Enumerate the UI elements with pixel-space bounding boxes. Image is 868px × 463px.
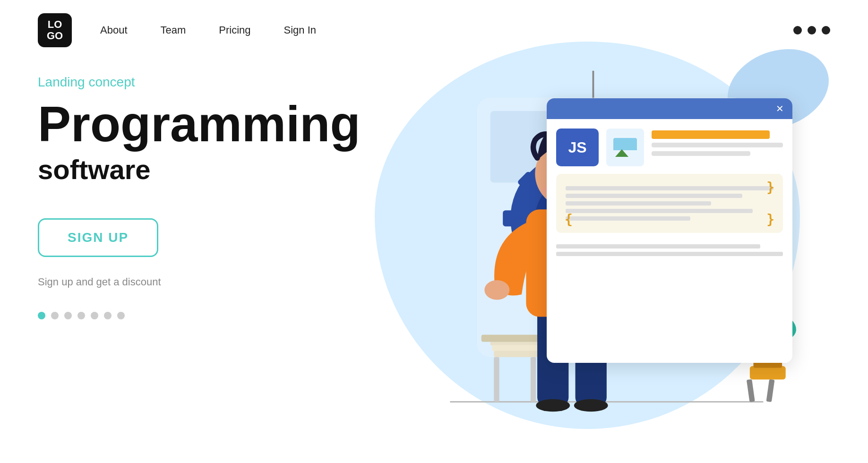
- hero-title-line1: Programming: [38, 99, 361, 149]
- svg-rect-42: [750, 366, 786, 379]
- cta-note: Sign up and get a discount: [38, 276, 361, 288]
- nav-about[interactable]: About: [100, 24, 128, 36]
- content-line-2: [652, 151, 750, 156]
- content-line-1: [652, 143, 783, 147]
- pagination-dot-3[interactable]: [64, 312, 72, 319]
- header: LO GO About Team Pricing Sign In: [0, 0, 868, 60]
- svg-rect-20: [503, 210, 522, 226]
- browser-window: ✕ JS: [547, 98, 792, 363]
- image-thumbnail: [606, 129, 644, 166]
- browser-content: JS }: [547, 119, 792, 269]
- pagination-dot-5[interactable]: [91, 312, 98, 319]
- svg-rect-11: [494, 357, 499, 402]
- hero-title-line2: software: [38, 154, 361, 185]
- thumbnail-mountain: [615, 149, 628, 157]
- code-lines-2: [556, 244, 783, 256]
- curly-brace-right: }: [766, 180, 774, 195]
- navigation: About Team Pricing Sign In: [100, 24, 316, 36]
- browser-top-row: JS: [556, 129, 783, 166]
- code-lines: [566, 186, 773, 221]
- browser-titlebar: ✕: [547, 98, 792, 119]
- pagination-dot-7[interactable]: [117, 312, 125, 319]
- main-content: Landing concept Programming software SIG…: [0, 60, 868, 448]
- pagination-dot-2[interactable]: [51, 312, 59, 319]
- pagination: [38, 312, 361, 319]
- js-badge: JS: [556, 129, 599, 166]
- hero-section: Landing concept Programming software SIG…: [38, 60, 361, 448]
- hero-illustration: JS: [361, 60, 830, 448]
- content-lines: [652, 129, 783, 156]
- logo[interactable]: LO GO: [38, 13, 72, 47]
- nav-team[interactable]: Team: [161, 24, 186, 36]
- pagination-dot-6[interactable]: [104, 312, 112, 319]
- code-section: } { }: [556, 174, 783, 233]
- pagination-dot-1[interactable]: [38, 312, 45, 319]
- code-line-2: [566, 194, 742, 198]
- code-line-6: [556, 244, 760, 249]
- nav-pricing[interactable]: Pricing: [219, 24, 250, 36]
- logo-text: LO GO: [47, 19, 63, 42]
- content-bar-1: [652, 130, 770, 139]
- browser-close-icon[interactable]: ✕: [776, 103, 784, 114]
- signup-button[interactable]: SIGN UP: [38, 218, 158, 257]
- more-options[interactable]: [793, 26, 830, 34]
- svg-point-29: [574, 399, 608, 412]
- dot-icon-2: [808, 26, 816, 34]
- svg-rect-10: [494, 351, 544, 357]
- code-line-3: [566, 201, 711, 206]
- code-line-4: [566, 209, 753, 213]
- svg-point-28: [536, 399, 570, 412]
- code-line-5: [566, 216, 690, 221]
- curly-brace-left-bottom: {: [565, 212, 573, 227]
- nav-signin[interactable]: Sign In: [284, 24, 317, 36]
- svg-rect-12: [530, 357, 535, 402]
- dot-icon-1: [793, 26, 802, 34]
- code-line-1: [566, 186, 773, 190]
- pagination-dot-4[interactable]: [77, 312, 85, 319]
- code-line-7: [556, 252, 783, 256]
- curly-brace-right-bottom: }: [766, 212, 774, 227]
- thumbnail-sky: [613, 138, 637, 150]
- svg-rect-9: [492, 345, 544, 351]
- dot-icon-3: [822, 26, 830, 34]
- svg-point-31: [484, 280, 509, 300]
- hero-tag: Landing concept: [38, 75, 361, 90]
- svg-rect-48: [747, 379, 755, 402]
- svg-rect-49: [766, 379, 774, 402]
